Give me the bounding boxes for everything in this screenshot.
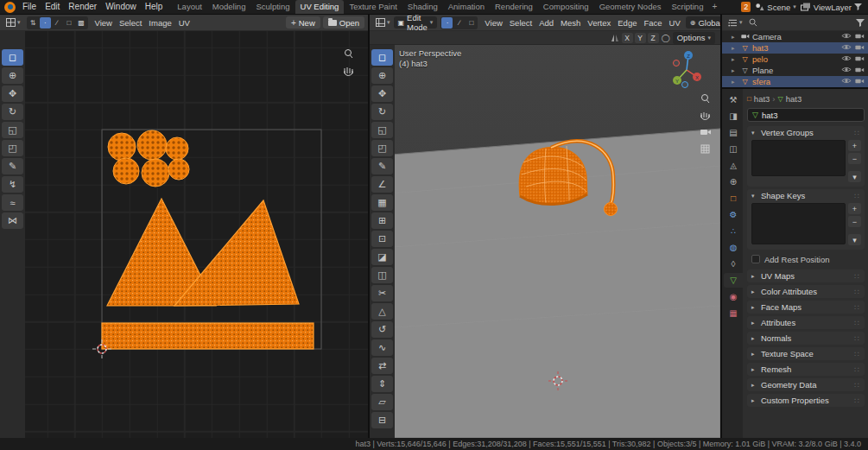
- properties-tab-material[interactable]: ◉: [724, 289, 743, 304]
- add-workspace-button[interactable]: +: [708, 0, 720, 14]
- properties-tab-modifiers[interactable]: ⚙: [724, 207, 743, 222]
- tool-transform[interactable]: ◰: [371, 140, 393, 156]
- disable-in-renders-icon[interactable]: [855, 66, 865, 75]
- tool-cursor[interactable]: ⊕: [2, 67, 23, 84]
- tool-shrink-fatten[interactable]: ⇕: [371, 376, 393, 392]
- panel-uv-maps[interactable]: ▸UV Maps∷: [747, 269, 865, 282]
- tool-inset[interactable]: ⊡: [371, 231, 393, 247]
- properties-tab-scene[interactable]: ◬: [724, 158, 743, 173]
- tool-add-cube[interactable]: ▦: [371, 194, 393, 211]
- tool-pinch[interactable]: ⋈: [2, 212, 23, 229]
- panel-attributes[interactable]: ▸Attributes∷: [747, 316, 865, 329]
- outliner-item-camera[interactable]: ▸Camera: [722, 31, 868, 42]
- select-vertex-button[interactable]: ∙: [40, 17, 51, 29]
- pan-icon[interactable]: [345, 67, 352, 76]
- proportional-edit-icon[interactable]: ◯: [662, 34, 670, 42]
- view-layer-selector[interactable]: ViewLayer: [801, 3, 862, 12]
- workspace-tab-sculpting[interactable]: Sculpting: [250, 0, 295, 14]
- workspace-tab-shading[interactable]: Shading: [402, 0, 443, 14]
- properties-tab-object-data[interactable]: ▽: [724, 273, 743, 288]
- expand-icon[interactable]: ▸: [732, 45, 738, 52]
- menu-file[interactable]: File: [18, 0, 41, 14]
- properties-tab-texture[interactable]: ▦: [724, 306, 743, 320]
- mode-dropdown[interactable]: ▣ Edit Mode ▾: [394, 16, 438, 29]
- workspace-tab-scripting[interactable]: Scripting: [666, 0, 708, 14]
- properties-tab-physics[interactable]: ◍: [724, 240, 743, 255]
- properties-tab-view-layer[interactable]: ◫: [724, 142, 743, 156]
- menu-mesh[interactable]: Mesh: [557, 15, 584, 31]
- hide-eye-icon[interactable]: [841, 54, 852, 64]
- mirror-x-toggle[interactable]: X: [622, 33, 633, 43]
- properties-tab-constraints[interactable]: ◊: [724, 257, 743, 271]
- panel-geometry-data[interactable]: ▸Geometry Data∷: [747, 378, 865, 391]
- expand-icon[interactable]: ▸: [732, 34, 738, 41]
- viewport-canvas[interactable]: Z X Y: [370, 31, 720, 438]
- disable-in-renders-icon[interactable]: [855, 77, 865, 86]
- workspace-tab-rendering[interactable]: Rendering: [490, 0, 538, 14]
- menu-vertex[interactable]: Vertex: [584, 15, 614, 31]
- breadcrumb-object[interactable]: hat3: [754, 94, 770, 104]
- workspace-tab-texture-paint[interactable]: Texture Paint: [344, 0, 402, 14]
- tool-smooth[interactable]: ∿: [371, 339, 393, 356]
- scene-selector[interactable]: Scene ▾: [755, 3, 795, 12]
- tool-select-box[interactable]: ◻: [2, 49, 23, 66]
- tool-annotate[interactable]: ✎: [2, 158, 23, 174]
- uv-canvas[interactable]: [0, 31, 368, 438]
- tool-cursor[interactable]: ⊕: [371, 67, 393, 84]
- tool-rotate[interactable]: ↻: [2, 104, 23, 120]
- vertex-groups-header[interactable]: ▾ Vertex Groups ∷: [747, 126, 865, 139]
- panel-normals[interactable]: ▸Normals∷: [747, 332, 865, 345]
- workspace-tab-compositing[interactable]: Compositing: [538, 0, 594, 14]
- menu-select[interactable]: Select: [506, 15, 535, 31]
- filter-funnel-icon[interactable]: [856, 19, 865, 27]
- outliner-item-sfera[interactable]: ▸▽sfera: [722, 76, 868, 87]
- panel-color-attributes[interactable]: ▸Color Attributes∷: [747, 285, 865, 298]
- tool-spin[interactable]: ↺: [371, 321, 393, 338]
- hide-eye-icon[interactable]: [841, 66, 852, 75]
- tool-annotate[interactable]: ✎: [371, 158, 393, 174]
- menu-uv[interactable]: UV: [175, 15, 193, 31]
- remove-shape-key-button[interactable]: −: [848, 216, 861, 227]
- gizmo-neg-z-axis[interactable]: [682, 82, 688, 88]
- workspace-tab-geometry-nodes[interactable]: Geometry Nodes: [594, 0, 667, 14]
- uv-island-strip[interactable]: [102, 323, 314, 349]
- properties-tab-world[interactable]: ⊕: [724, 174, 743, 189]
- add-shape-key-button[interactable]: +: [848, 203, 861, 214]
- blender-logo-icon[interactable]: [4, 2, 16, 13]
- menu-view[interactable]: View: [481, 15, 505, 31]
- tool-move[interactable]: ✥: [2, 86, 23, 102]
- shape-key-specials-button[interactable]: ▾: [848, 234, 861, 245]
- menu-window[interactable]: Window: [101, 0, 141, 14]
- gizmo-neg-x-axis[interactable]: [674, 60, 680, 67]
- open-image-button[interactable]: Open: [323, 16, 364, 29]
- properties-tab-tool[interactable]: ⚒: [724, 92, 743, 107]
- tool-grab[interactable]: ↯: [2, 176, 23, 193]
- tool-edge-slide[interactable]: ⇄: [371, 358, 393, 374]
- shape-keys-list[interactable]: [751, 203, 846, 244]
- filter-funnel-icon[interactable]: [854, 3, 862, 10]
- shape-keys-header[interactable]: ▾ Shape Keys ∷: [747, 189, 865, 202]
- add-rest-position-checkbox[interactable]: [751, 255, 760, 263]
- workspace-tab-animation[interactable]: Animation: [443, 0, 490, 14]
- vertex-groups-list[interactable]: [751, 140, 846, 176]
- mirror-y-toggle[interactable]: Y: [635, 33, 646, 43]
- menu-edge[interactable]: Edge: [614, 15, 640, 31]
- menu-view[interactable]: View: [92, 15, 116, 31]
- hide-eye-icon[interactable]: [841, 77, 852, 86]
- tool-bevel[interactable]: ◪: [371, 249, 393, 265]
- tool-knife[interactable]: ✂: [371, 285, 393, 301]
- new-image-button[interactable]: + New: [286, 16, 320, 29]
- select-face-button[interactable]: □: [466, 17, 477, 29]
- outliner-editor-type-button[interactable]: ▾: [725, 19, 745, 27]
- select-island-button[interactable]: ▩: [76, 17, 87, 29]
- expand-icon[interactable]: ▸: [732, 79, 738, 86]
- panel-custom-properties[interactable]: ▸Custom Properties∷: [747, 394, 865, 407]
- tool-relax[interactable]: ≈: [2, 194, 23, 211]
- mirror-z-toggle[interactable]: Z: [648, 33, 659, 43]
- uv-editor-type-button[interactable]: ▾: [3, 18, 23, 27]
- select-vertex-button[interactable]: ∙: [441, 17, 453, 29]
- outliner-item-hat3[interactable]: ▸▽hat3: [722, 42, 868, 54]
- menu-uv[interactable]: UV: [666, 15, 684, 31]
- viewport-editor-type-button[interactable]: ▾: [373, 18, 393, 27]
- panel-texture-space[interactable]: ▸Texture Space∷: [747, 347, 865, 360]
